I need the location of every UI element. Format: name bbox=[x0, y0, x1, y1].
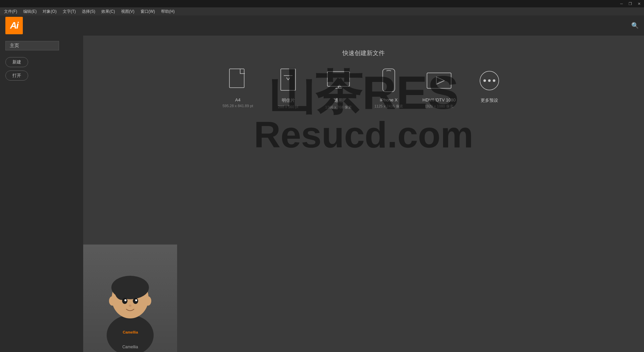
quick-create-panel: 快速创建新文件 A4 595.28 x 841.89 pt bbox=[83, 36, 644, 120]
menu-object[interactable]: 对象(O) bbox=[40, 8, 59, 15]
new-button[interactable]: 新建 bbox=[5, 57, 28, 67]
svg-rect-7 bbox=[427, 73, 451, 88]
template-items: A4 595.28 x 841.89 pt 明信片 288 x 560 pt bbox=[103, 67, 624, 110]
general-size: 1366 x 768 像素 bbox=[325, 105, 352, 110]
menu-view[interactable]: 视图(V) bbox=[118, 8, 137, 15]
more-icon bbox=[476, 67, 503, 94]
template-postcard[interactable]: 明信片 288 x 560 pt bbox=[270, 67, 307, 109]
svg-point-11 bbox=[488, 80, 490, 82]
character-area: Camellia Camellia bbox=[83, 245, 177, 352]
app-header: Ai 🔍 bbox=[0, 15, 644, 36]
template-general[interactable]: 通用 1366 x 768 像素 bbox=[320, 67, 357, 110]
more-name: 更多预设 bbox=[481, 97, 498, 103]
title-bar: ─ ❐ ✕ bbox=[0, 0, 644, 7]
menu-effect[interactable]: 效果(C) bbox=[99, 8, 118, 15]
iphonex-name: iPhone X bbox=[380, 97, 398, 102]
general-name: 通用 bbox=[334, 97, 343, 103]
menu-window[interactable]: 窗口(W) bbox=[138, 8, 158, 15]
a4-icon bbox=[224, 67, 251, 94]
sidebar: 主页 新建 打开 bbox=[0, 36, 83, 352]
template-iphonex[interactable]: iPhone X 1125 x 2436 像素 bbox=[370, 67, 407, 109]
main-layout: 主页 新建 打开 快速创建新文件 A4 595.28 x 841.89 pt bbox=[0, 36, 644, 352]
svg-text:Camellia: Camellia bbox=[123, 330, 138, 334]
svg-point-21 bbox=[129, 305, 131, 307]
app-logo: Ai bbox=[5, 17, 23, 34]
close-button[interactable]: ✕ bbox=[637, 1, 641, 6]
svg-marker-8 bbox=[436, 77, 444, 84]
a4-size: 595.28 x 841.89 pt bbox=[222, 104, 253, 108]
svg-point-20 bbox=[135, 299, 137, 301]
hdvhdtv-icon bbox=[426, 67, 452, 94]
menu-select[interactable]: 选择(S) bbox=[79, 8, 98, 15]
svg-rect-3 bbox=[327, 72, 350, 86]
a4-name: A4 bbox=[235, 97, 240, 102]
svg-point-12 bbox=[493, 80, 495, 82]
hdvhdtv-name: HDV/HDTV 1080 bbox=[423, 97, 456, 102]
menu-help[interactable]: 帮助(H) bbox=[158, 8, 177, 15]
content-area: 快速创建新文件 A4 595.28 x 841.89 pt bbox=[83, 36, 644, 352]
home-nav[interactable]: 主页 bbox=[5, 41, 59, 50]
svg-rect-0 bbox=[229, 69, 244, 88]
template-a4[interactable]: A4 595.28 x 841.89 pt bbox=[219, 67, 256, 108]
svg-point-10 bbox=[484, 80, 486, 82]
svg-point-19 bbox=[124, 299, 126, 301]
open-button[interactable]: 打开 bbox=[5, 71, 28, 81]
menu-edit[interactable]: 编辑(E) bbox=[20, 8, 39, 15]
minimize-button[interactable]: ─ bbox=[619, 1, 624, 6]
character-svg: Camellia bbox=[93, 251, 167, 352]
restore-button[interactable]: ❐ bbox=[628, 1, 633, 6]
template-hdvhdtv[interactable]: HDV/HDTV 1080 1920 x 1080 像素 bbox=[421, 67, 458, 109]
general-icon bbox=[325, 67, 352, 94]
template-more[interactable]: 更多预设 bbox=[471, 67, 508, 105]
watermark-en-text: Resucd.com bbox=[83, 116, 644, 153]
postcard-icon bbox=[275, 67, 302, 94]
svg-rect-6 bbox=[383, 69, 395, 92]
search-icon[interactable]: 🔍 bbox=[631, 22, 639, 29]
character-label: Camellia bbox=[122, 345, 138, 349]
svg-point-22 bbox=[109, 296, 116, 306]
svg-point-16 bbox=[114, 280, 129, 300]
iphonex-icon bbox=[375, 67, 402, 94]
quick-create-title: 快速创建新文件 bbox=[103, 49, 624, 57]
iphonex-size: 1125 x 2436 像素 bbox=[374, 104, 403, 109]
menu-file[interactable]: 文件(F) bbox=[1, 8, 20, 15]
svg-point-23 bbox=[145, 296, 151, 306]
hdvhdtv-size: 1920 x 1080 像素 bbox=[425, 104, 453, 109]
menu-bar: 文件(F) 编辑(E) 对象(O) 文字(T) 选择(S) 效果(C) 视图(V… bbox=[0, 7, 644, 15]
postcard-size: 288 x 560 pt bbox=[278, 105, 299, 109]
postcard-name: 明信片 bbox=[282, 97, 295, 103]
menu-text[interactable]: 文字(T) bbox=[60, 8, 78, 15]
